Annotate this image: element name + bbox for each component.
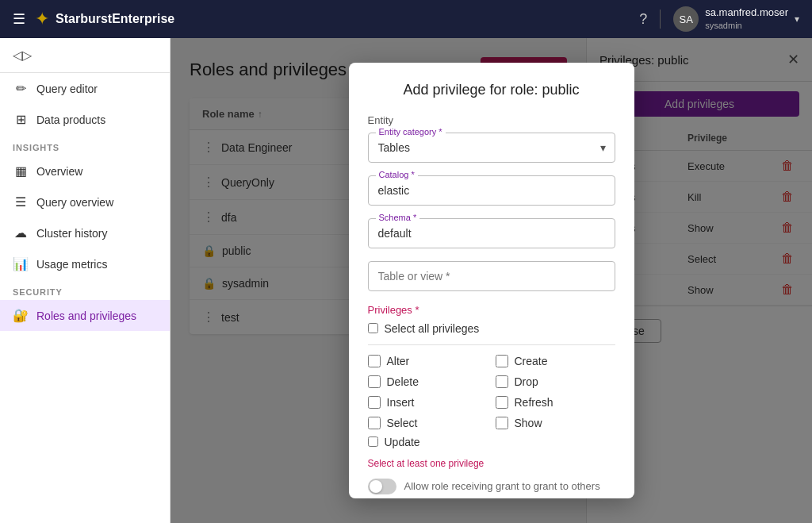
select-checkbox[interactable] — [368, 417, 381, 429]
modal-title: Add privilege for role: public — [368, 82, 615, 98]
select-all-label: Select all privileges — [385, 322, 480, 335]
logo: ✦ StarburstEnterprise — [35, 9, 174, 29]
table-or-view-field — [368, 261, 615, 291]
security-section-label: SECURITY — [0, 279, 170, 300]
alter-checkbox[interactable] — [368, 355, 381, 367]
privilege-error-text: Select at least one privilege — [368, 458, 615, 469]
privileges-label: Privileges * — [368, 304, 615, 316]
sidebar-item-query-overview[interactable]: ☰ Query overview — [0, 187, 170, 217]
nav-collapse-icon[interactable]: ◁▷ — [13, 48, 32, 62]
select-all-row: Select all privileges — [368, 322, 615, 335]
entity-category-label: Entity category * — [376, 127, 446, 137]
checkbox-show: Show — [496, 417, 615, 429]
toggle-section: Allow role receiving grant to grant to o… — [368, 479, 615, 494]
catalog-input[interactable] — [368, 175, 615, 206]
sidebar-nav-arrows[interactable]: ◁▷ — [0, 38, 170, 73]
nav-left: ☰ ✦ StarburstEnterprise — [13, 9, 639, 29]
insights-section-label: INSIGHTS — [0, 135, 170, 156]
main-layout: ◁▷ ✏ Query editor ⊞ Data products INSIGH… — [0, 38, 812, 523]
checkbox-insert: Insert — [368, 396, 488, 409]
checkbox-select: Select — [368, 417, 488, 429]
entity-section-label: Entity — [368, 114, 615, 126]
sidebar-item-overview[interactable]: ▦ Overview — [0, 156, 170, 187]
table-or-view-input[interactable] — [368, 261, 615, 291]
privileges-section: Privileges * Select all privileges Alter — [368, 304, 615, 469]
sidebar-item-data-products[interactable]: ⊞ Data products — [0, 104, 170, 135]
query-editor-icon: ✏ — [13, 81, 29, 96]
show-checkbox[interactable] — [496, 417, 508, 429]
drop-checkbox[interactable] — [496, 375, 508, 388]
sidebar-item-roles-privileges[interactable]: 🔐 Roles and privileges — [0, 300, 170, 331]
checkbox-refresh: Refresh — [496, 396, 615, 409]
catalog-field: Catalog * — [368, 175, 615, 206]
add-privilege-modal: Add privilege for role: public Entity En… — [349, 63, 634, 499]
checkbox-update-row: Update — [368, 436, 615, 448]
schema-input[interactable] — [368, 218, 615, 248]
entity-category-select-wrapper: Tables Schemas Catalogs Queries ▾ — [368, 133, 615, 163]
usage-metrics-icon: 📊 — [13, 256, 29, 271]
modal-overlay: Add privilege for role: public Entity En… — [170, 38, 812, 523]
create-checkbox[interactable] — [496, 355, 508, 367]
sidebar-item-usage-metrics[interactable]: 📊 Usage metrics — [0, 248, 170, 279]
sidebar-item-query-editor[interactable]: ✏ Query editor — [0, 73, 170, 104]
divider — [368, 344, 615, 345]
sidebar: ◁▷ ✏ Query editor ⊞ Data products INSIGH… — [0, 38, 170, 523]
cluster-history-icon: ☁ — [13, 225, 29, 240]
starburst-logo-icon: ✦ — [35, 9, 49, 29]
user-menu[interactable]: SA sa.manfred.moser sysadmin ▾ — [673, 6, 799, 32]
delete-checkbox[interactable] — [368, 375, 381, 388]
query-overview-icon: ☰ — [13, 194, 29, 210]
checkbox-drop: Drop — [496, 375, 615, 388]
catalog-label: Catalog * — [376, 170, 418, 179]
data-products-icon: ⊞ — [13, 112, 29, 127]
insert-checkbox[interactable] — [368, 396, 381, 409]
top-navigation: ☰ ✦ StarburstEnterprise ? SA sa.manfred.… — [0, 0, 812, 38]
refresh-checkbox[interactable] — [496, 396, 508, 409]
schema-label: Schema * — [376, 213, 420, 222]
avatar: SA — [673, 6, 699, 32]
schema-field: Schema * — [368, 218, 615, 248]
nav-right: ? SA sa.manfred.moser sysadmin ▾ — [639, 6, 799, 32]
roles-icon: 🔐 — [13, 308, 29, 323]
update-checkbox[interactable] — [368, 436, 378, 447]
overview-icon: ▦ — [13, 163, 29, 179]
hamburger-icon[interactable]: ☰ — [13, 10, 25, 28]
toggle-label: Allow role receiving grant to grant to o… — [404, 480, 600, 492]
logo-text: StarburstEnterprise — [56, 12, 174, 26]
grant-toggle[interactable] — [368, 479, 396, 494]
checkbox-create: Create — [496, 355, 615, 367]
checkbox-alter: Alter — [368, 355, 488, 367]
content-area: Roles and privileges Create role Role na… — [170, 38, 812, 523]
nav-divider — [660, 10, 661, 29]
entity-category-select[interactable]: Tables Schemas Catalogs Queries — [368, 133, 615, 163]
help-icon[interactable]: ? — [639, 11, 647, 28]
select-all-checkbox[interactable] — [368, 323, 378, 333]
checkboxes-grid: Alter Create Delete Drop — [368, 355, 615, 429]
chevron-down-icon: ▾ — [795, 13, 799, 25]
toggle-knob — [370, 480, 382, 493]
sidebar-item-cluster-history[interactable]: ☁ Cluster history — [0, 217, 170, 248]
checkbox-delete: Delete — [368, 375, 488, 388]
user-name-block: sa.manfred.moser sysadmin — [705, 6, 788, 31]
entity-category-field: Entity category * Tables Schemas Catalog… — [368, 133, 615, 163]
